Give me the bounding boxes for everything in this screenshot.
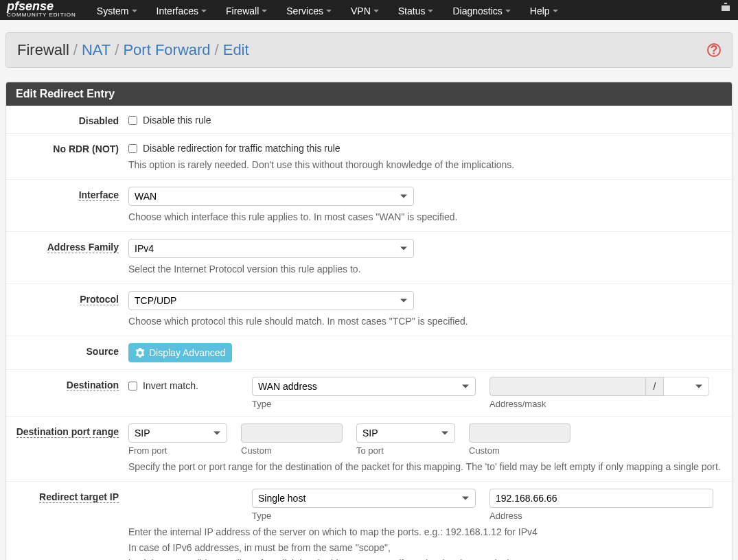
nav-vpn[interactable]: VPN [351,4,379,16]
nav-help[interactable]: Help [530,4,558,16]
chevron-down-icon [326,10,332,12]
breadcrumb-root: Firewall [17,41,69,59]
label-redirect-target-ip: Redirect target IP [39,491,119,503]
nordr-text: Disable redirection for traffic matching… [143,143,341,154]
label-nordr: No RDR (NOT) [53,143,119,154]
from-custom-label: Custom [241,445,343,456]
rti-help-1: Enter the internal IP address of the ser… [128,525,722,539]
dest-type-label: Type [252,399,476,409]
edit-redirect-panel: Edit Redirect Entry Disabled Disable thi… [5,82,733,560]
nordr-checkbox[interactable] [128,144,137,153]
address-family-select[interactable]: IPv4 [128,239,414,258]
logout-icon[interactable] [720,0,731,14]
protocol-select[interactable]: TCP/UDP [128,291,414,310]
breadcrumb-edit[interactable]: Edit [223,41,249,59]
breadcrumb: Firewall / NAT / Port Forward / Edit ? [5,32,733,68]
to-custom-label: Custom [469,445,570,456]
label-source: Source [87,346,119,357]
brand-logo[interactable]: pfsense COMMUNITY EDITION [7,0,76,18]
invert-match-checkbox[interactable] [128,382,137,390]
rti-help-3: i.e. it is not possible to redirect from… [128,557,722,560]
chevron-down-icon [201,10,207,12]
af-help: Select the Internet Protocol version thi… [128,262,722,277]
chevron-down-icon [262,10,267,12]
label-protocol: Protocol [80,294,119,305]
redirect-address-input[interactable] [489,489,713,508]
top-navbar: pfsense COMMUNITY EDITION System Interfa… [0,0,738,20]
destination-mask-select[interactable] [664,377,709,396]
chevron-down-icon [428,10,433,12]
label-dest-port-range: Destination port range [16,426,119,438]
chevron-down-icon [505,10,511,12]
chevron-down-icon [132,10,137,12]
from-port-select[interactable]: SIP [128,423,227,443]
brand-name: pfsense [7,0,76,12]
nav-system[interactable]: System [97,4,137,16]
destination-type-select[interactable]: WAN address [252,377,476,396]
chevron-down-icon [373,10,379,12]
destination-address-input[interactable] [489,377,646,396]
disabled-checkbox[interactable] [128,116,137,125]
dest-port-help: Specify the port or port range for the d… [128,460,722,474]
from-port-custom-input[interactable] [241,423,343,443]
label-address-family: Address Family [47,242,119,253]
breadcrumb-portforward[interactable]: Port Forward [123,41,210,59]
brand-edition: COMMUNITY EDITION [7,12,76,18]
nav-firewall[interactable]: Firewall [226,4,267,16]
disabled-text: Disable this rule [143,115,211,126]
breadcrumb-nat[interactable]: NAT [82,41,111,59]
gear-icon [135,348,145,358]
nav-interfaces[interactable]: Interfaces [157,4,207,16]
interface-help: Choose which interface this rule applies… [128,210,722,224]
rti-addr-label: Address [489,511,713,521]
display-advanced-button[interactable]: Display Advanced [128,343,232,362]
label-interface: Interface [79,189,119,201]
protocol-help: Choose which protocol this rule should m… [128,314,722,329]
nav-services[interactable]: Services [286,4,332,16]
to-port-label: To port [356,445,455,456]
rti-type-label: Type [252,511,476,521]
help-icon[interactable]: ? [707,43,721,57]
nav-diagnostics[interactable]: Diagnostics [452,4,510,16]
label-disabled: Disabled [79,115,119,126]
label-destination: Destination [67,380,119,391]
interface-select[interactable]: WAN [128,187,414,206]
nav-status[interactable]: Status [398,4,434,16]
invert-match-text: Invert match. [143,380,198,391]
to-port-select[interactable]: SIP [356,423,455,443]
from-port-label: From port [128,445,227,456]
redirect-type-select[interactable]: Single host [252,489,476,508]
rti-help-2: In case of IPv6 addresses, in must be fr… [128,541,722,555]
chevron-down-icon [553,10,558,12]
to-port-custom-input[interactable] [469,423,570,443]
mask-separator: / [646,377,664,396]
dest-addr-label: Address/mask [489,399,709,409]
panel-title: Edit Redirect Entry [6,82,732,106]
nordr-help: This option is rarely needed. Don't use … [128,158,722,172]
